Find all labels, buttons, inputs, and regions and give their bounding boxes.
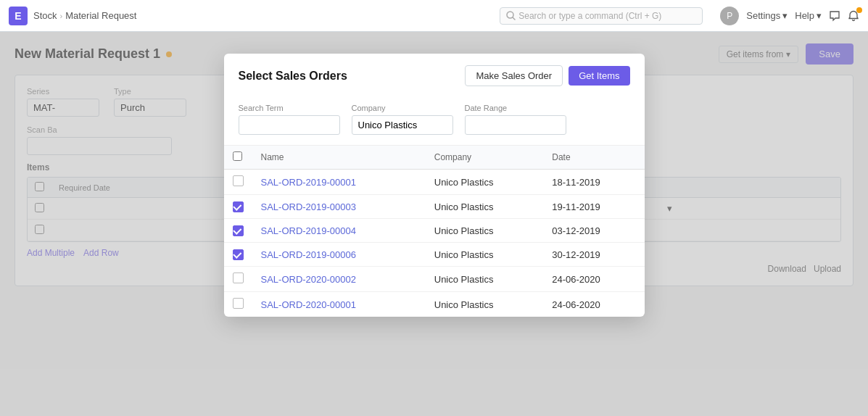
- search-icon: [506, 11, 516, 20]
- row-name: SAL-ORD-2020-00001: [252, 292, 426, 317]
- row-checkbox[interactable]: [233, 225, 244, 236]
- company-input[interactable]: [352, 115, 453, 135]
- row-date: 19-11-2019: [543, 195, 644, 219]
- col-date: Date: [543, 146, 644, 170]
- select-all-checkbox[interactable]: [233, 151, 242, 161]
- app-logo: E: [9, 7, 28, 25]
- table-header-row: Name Company Date: [224, 146, 645, 170]
- global-search-placeholder: Search or type a command (Ctrl + G): [518, 11, 661, 21]
- topbar-right: P Settings ▾ Help ▾: [720, 7, 859, 25]
- table-row: SAL-ORD-2019-00004Unico Plastics03-12-20…: [224, 219, 645, 243]
- row-name: SAL-ORD-2019-00006: [252, 243, 426, 267]
- date-range-input[interactable]: [465, 115, 566, 135]
- row-checkbox[interactable]: [233, 273, 244, 283]
- table-row: SAL-ORD-2020-00001Unico Plastics24-06-20…: [224, 292, 645, 317]
- get-items-modal-button[interactable]: Get Items: [569, 66, 629, 86]
- global-search[interactable]: Search or type a command (Ctrl + G): [500, 7, 703, 25]
- settings-button[interactable]: Settings ▾: [746, 10, 788, 21]
- main-content: New Material Request 1 Get items from ▾ …: [0, 32, 868, 416]
- row-date: 30-12-2019: [543, 243, 644, 267]
- search-term-label: Search Term: [239, 104, 340, 112]
- make-sales-order-button[interactable]: Make Sales Order: [465, 65, 563, 86]
- notifications-button[interactable]: [848, 10, 859, 22]
- row-checkbox[interactable]: [233, 298, 244, 309]
- sales-orders-table: Name Company Date SAL-ORD-2019-00001Unic…: [224, 146, 645, 317]
- row-company: Unico Plastics: [426, 195, 544, 219]
- date-range-filter: Date Range: [465, 104, 566, 135]
- svg-line-1: [513, 17, 515, 20]
- modal-header: Select Sales Orders Make Sales Order Get…: [224, 54, 645, 95]
- chat-icon: [829, 10, 840, 22]
- avatar: P: [720, 7, 739, 25]
- row-name: SAL-ORD-2019-00003: [252, 195, 426, 219]
- row-company: Unico Plastics: [426, 170, 544, 195]
- sales-orders-table-wrap: Name Company Date SAL-ORD-2019-00001Unic…: [224, 146, 645, 317]
- modal-header-actions: Make Sales Order Get Items: [465, 65, 629, 86]
- row-date: 18-11-2019: [543, 170, 644, 195]
- row-date: 24-06-2020: [543, 292, 644, 317]
- settings-label: Settings: [746, 10, 780, 21]
- company-filter: Company: [352, 104, 453, 135]
- company-label: Company: [352, 104, 453, 112]
- table-row: SAL-ORD-2020-00002Unico Plastics24-06-20…: [224, 267, 645, 292]
- row-checkbox[interactable]: [233, 201, 244, 212]
- row-name: SAL-ORD-2020-00002: [252, 267, 426, 292]
- row-checkbox[interactable]: [233, 175, 244, 186]
- table-row: SAL-ORD-2019-00006Unico Plastics30-12-20…: [224, 243, 645, 267]
- row-company: Unico Plastics: [426, 243, 544, 267]
- chat-button[interactable]: [829, 10, 840, 22]
- row-company: Unico Plastics: [426, 267, 544, 292]
- date-range-label: Date Range: [465, 104, 566, 112]
- col-name: Name: [252, 146, 426, 170]
- search-term-input[interactable]: [239, 115, 340, 135]
- breadcrumb-item-stock[interactable]: Stock: [33, 10, 57, 21]
- row-name: SAL-ORD-2019-00001: [252, 170, 426, 195]
- row-name: SAL-ORD-2019-00004: [252, 219, 426, 243]
- row-checkbox[interactable]: [233, 249, 244, 260]
- breadcrumb-item-material-request[interactable]: Material Request: [65, 10, 136, 21]
- select-sales-orders-modal: Select Sales Orders Make Sales Order Get…: [224, 54, 645, 317]
- col-company: Company: [426, 146, 544, 170]
- modal-title: Select Sales Orders: [239, 70, 347, 83]
- table-row: SAL-ORD-2019-00003Unico Plastics19-11-20…: [224, 195, 645, 219]
- row-date: 24-06-2020: [543, 267, 644, 292]
- table-row: SAL-ORD-2019-00001Unico Plastics18-11-20…: [224, 170, 645, 195]
- search-term-filter: Search Term: [239, 104, 340, 135]
- modal-overlay: Select Sales Orders Make Sales Order Get…: [0, 32, 868, 416]
- help-button[interactable]: Help ▾: [795, 10, 822, 21]
- row-company: Unico Plastics: [426, 292, 544, 317]
- notification-badge: [856, 7, 862, 13]
- row-date: 03-12-2019: [543, 219, 644, 243]
- settings-chevron-icon: ▾: [782, 10, 788, 21]
- help-label: Help: [795, 10, 814, 21]
- breadcrumb-chevron-1: ›: [60, 12, 63, 20]
- topbar: E Stock › Material Request Search or typ…: [0, 0, 868, 32]
- row-company: Unico Plastics: [426, 219, 544, 243]
- modal-filters: Search Term Company Date Range: [224, 95, 645, 146]
- breadcrumb: Stock › Material Request: [33, 10, 136, 21]
- help-chevron-icon: ▾: [817, 10, 822, 21]
